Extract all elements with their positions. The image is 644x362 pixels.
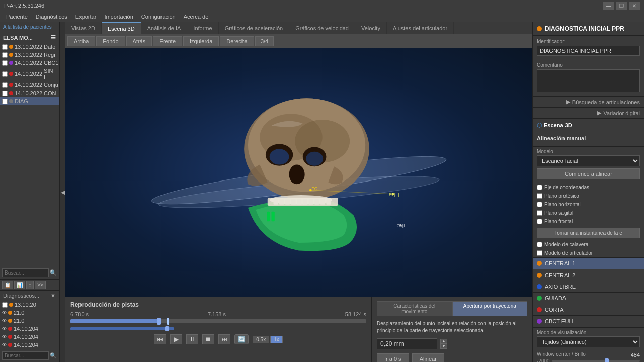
eje-checkbox[interactable]: [537, 185, 542, 190]
close-button[interactable]: ✕: [629, 2, 640, 10]
spin-up-button[interactable]: ▲: [440, 339, 447, 344]
plano-horiz-checkbox[interactable]: [537, 202, 542, 207]
menu-acerca[interactable]: Acerca de: [180, 13, 213, 21]
view-derecha-button[interactable]: Derecha: [220, 36, 254, 46]
view-frente-button[interactable]: Frente: [153, 36, 182, 46]
modelo-articulador-checkbox[interactable]: [537, 250, 542, 256]
plano-frontal-label[interactable]: Plano frontal: [544, 219, 573, 224]
tool-btn-4[interactable]: >>: [35, 281, 46, 289]
tab-escena-3d[interactable]: Escena 3D: [102, 22, 141, 34]
diag-search-input[interactable]: [2, 351, 49, 360]
modelo-calavera-label[interactable]: Modelo de calavera: [544, 242, 588, 247]
central-item-guiada[interactable]: GUIADA: [533, 293, 644, 304]
eje-label[interactable]: Eje de coordenadas: [544, 185, 589, 190]
track-goto-start-button[interactable]: ⏮: [154, 334, 166, 344]
busqueda-expand[interactable]: ▶ Búsqueda de articulaciones: [533, 97, 644, 108]
track-handle-main[interactable]: [157, 318, 161, 325]
speed-1x-button[interactable]: 1x: [270, 336, 283, 343]
tab-ajustes-articulador[interactable]: Ajustes del articulador: [387, 22, 454, 34]
tab-vistas-2d[interactable]: Vistas 2D: [65, 22, 102, 34]
view-atras-button[interactable]: Atrás: [126, 36, 152, 46]
list-item[interactable]: 13.10.2022 Dato: [0, 43, 59, 51]
track-bar[interactable]: [70, 319, 366, 323]
menu-importacion[interactable]: Importación: [100, 13, 137, 21]
list-item[interactable]: 13.10.2022 Regi: [0, 51, 59, 59]
central-item-cbct[interactable]: CBCT FULL: [533, 316, 644, 327]
central-item-corta[interactable]: CORTA: [533, 304, 644, 316]
patient-checkbox[interactable]: [2, 99, 8, 104]
list-item[interactable]: 14.10.2022 SIN F: [0, 67, 59, 81]
patient-checkbox[interactable]: [2, 71, 8, 77]
secondary-handle[interactable]: [165, 326, 169, 331]
menu-paciente[interactable]: Paciente: [2, 13, 32, 21]
list-item[interactable]: 13.10.20: [0, 301, 59, 309]
plano-horiz-label[interactable]: Plano horizontal: [544, 202, 581, 207]
modelo-select[interactable]: Escaneo facial: [537, 155, 640, 166]
patient-checkbox[interactable]: [2, 82, 8, 88]
track-goto-end-button[interactable]: ⏭: [218, 334, 230, 344]
tab-velocity[interactable]: Velocity: [355, 22, 387, 34]
vis-select[interactable]: Tejidos (dinámico): [537, 336, 640, 347]
sidebar-back-link[interactable]: A la lista de pacientes: [0, 22, 59, 32]
list-item[interactable]: 14.10.2022 CBC1: [0, 59, 59, 67]
view-fondo-button[interactable]: Fondo: [96, 36, 125, 46]
identificador-input[interactable]: [537, 46, 640, 56]
list-item[interactable]: 👁 21.0: [0, 309, 59, 317]
hamburger-icon[interactable]: ☰: [51, 34, 56, 41]
menu-configuracion[interactable]: Configuración: [137, 13, 180, 21]
tool-btn-3[interactable]: ↕: [26, 281, 34, 289]
viewport-3d[interactable]: R2[L] Go[L] ITO: [65, 48, 532, 297]
view-arriba-button[interactable]: Arriba: [67, 36, 95, 46]
central-item-1[interactable]: CENTRAL 1: [533, 258, 644, 269]
tab-informe[interactable]: Informe: [187, 22, 218, 34]
list-item[interactable]: 👁 21.0: [0, 317, 59, 325]
list-item[interactable]: 👁 14.10.204: [0, 341, 59, 349]
patient-checkbox[interactable]: [2, 60, 8, 66]
restore-button[interactable]: ❒: [616, 2, 627, 10]
list-item[interactable]: 👁 14.10.204: [0, 325, 59, 333]
minimize-button[interactable]: —: [603, 2, 614, 10]
patient-search-input[interactable]: [2, 268, 49, 277]
tool-btn-2[interactable]: 📊: [14, 281, 25, 289]
tab-caracteristicas[interactable]: Características del movimiento: [377, 301, 452, 316]
plano-sagital-label[interactable]: Plano sagital: [544, 210, 573, 216]
track-pause-button[interactable]: ⏸: [186, 334, 198, 344]
list-item[interactable]: 14.10.2022 CON: [0, 89, 59, 97]
modelo-calavera-checkbox[interactable]: [537, 242, 542, 247]
alinear-btn[interactable]: Comience a alinear: [537, 168, 640, 179]
goto-zero-button[interactable]: Ir a 0 s: [377, 353, 409, 362]
slider-handle[interactable]: [605, 358, 609, 362]
track-handle-secondary[interactable]: [167, 318, 169, 325]
diag-checkbox[interactable]: [2, 302, 8, 308]
snapshot-button[interactable]: Tomar una instantánea de la e: [537, 228, 640, 238]
tab-graficos-aceleracion[interactable]: Gráficos de aceleración: [219, 22, 290, 34]
menu-exportar[interactable]: Exportar: [71, 13, 101, 21]
list-item[interactable]: 👁 14.10.204: [0, 333, 59, 341]
window-center-slider[interactable]: [552, 360, 640, 362]
variador-expand[interactable]: ▶ Variador digital: [533, 108, 644, 119]
track-refresh-button[interactable]: 🔄: [234, 334, 249, 344]
tab-analisis-ia[interactable]: Análisis de IA: [141, 22, 188, 34]
tab-apertura[interactable]: Apertura por trayectoria: [452, 301, 528, 316]
patient-checkbox[interactable]: [2, 44, 8, 50]
track-play-button[interactable]: ▶: [170, 334, 182, 344]
list-item[interactable]: DIAG: [0, 97, 59, 105]
modelo-articulador-label[interactable]: Modelo de articulador: [544, 250, 593, 256]
spin-down-button[interactable]: ▼: [440, 344, 447, 349]
view-izquierda-button[interactable]: Izquierda: [183, 36, 219, 46]
menu-diagnosticos[interactable]: Diagnósticos: [32, 13, 71, 21]
track-stop-button[interactable]: ⏹: [202, 334, 214, 344]
sidebar-collapse-btn[interactable]: ◀: [59, 22, 65, 362]
plano-frontal-checkbox[interactable]: [537, 219, 542, 224]
central-item-2[interactable]: CENTRAL 2: [533, 269, 644, 281]
plano-protet-label[interactable]: Plano protésico: [544, 193, 579, 199]
list-item[interactable]: 14.10.2022 Conju: [0, 81, 59, 89]
speed-half-button[interactable]: 0.5x: [253, 336, 269, 343]
comentario-textarea[interactable]: [537, 69, 640, 92]
tool-btn-1[interactable]: 📋: [2, 281, 13, 289]
central-item-axio[interactable]: AXIO LIBRE: [533, 281, 644, 293]
patient-checkbox[interactable]: [2, 90, 8, 96]
plano-protet-checkbox[interactable]: [537, 193, 542, 199]
measurement-input[interactable]: [377, 338, 437, 349]
plano-sagital-checkbox[interactable]: [537, 210, 542, 216]
